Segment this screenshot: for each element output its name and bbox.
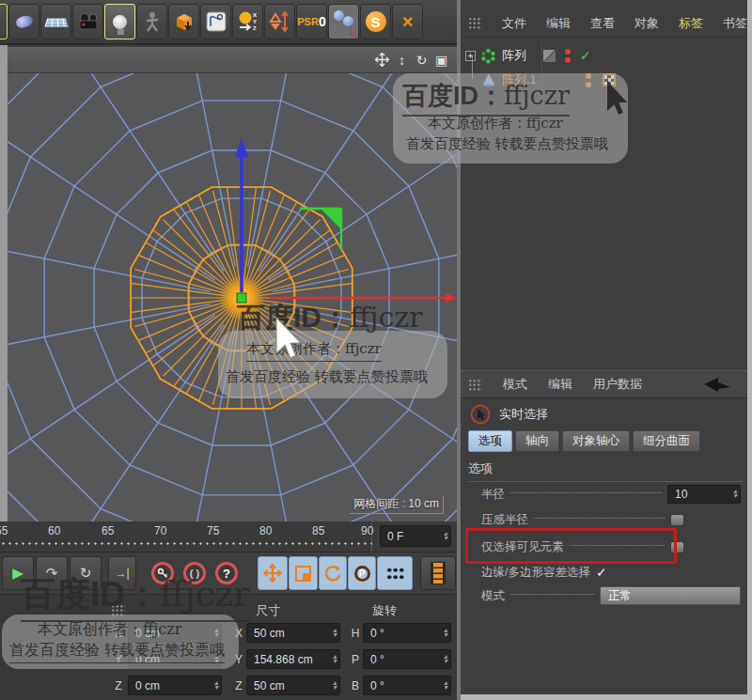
rotation-p-field[interactable]: 0 °▴▾ [363,649,451,669]
rotation-b-field[interactable]: 0 °▴▾ [363,676,451,695]
tab-axis[interactable]: 轴向 [515,430,559,452]
coord-system-button[interactable]: P [348,556,376,590]
history-arrow-icon[interactable] [702,377,732,393]
object-label[interactable]: 阵列.1 [502,71,537,88]
points-mode-button[interactable] [377,556,413,590]
pressure-checkbox[interactable] [670,514,684,526]
viewport-rotate-icon[interactable]: ↻ [412,51,431,70]
object-label[interactable]: 阵列 [502,47,526,64]
record-key-button[interactable] [147,556,179,590]
floor-shape [44,18,68,26]
help-button[interactable]: ? [211,556,243,590]
editor-visibility-dot[interactable] [586,73,591,79]
menu-bookmarks[interactable]: 书签 [723,15,747,32]
object-row-array[interactable]: + 阵列 ✓ [461,45,747,66]
size-x-field[interactable]: 50 cm▴▾ [246,623,340,643]
position-x-field[interactable]: 0 cm▴▾ [128,623,222,643]
size-y-field[interactable]: 154.868 cm▴▾ [246,649,340,669]
dotted-leader [510,594,594,595]
tolerance-check-icon[interactable]: ✓ [596,565,607,580]
visibility-dots[interactable] [565,49,571,63]
viewport-zoom-icon[interactable]: ↕ [392,51,412,70]
size-z-field[interactable]: 50 cm▴▾ [246,676,340,695]
menu-mode[interactable]: 模式 [503,376,527,393]
menu-tags[interactable]: 标签 [679,15,703,32]
move-tool-button[interactable] [258,556,288,590]
axis-label: P [350,653,361,666]
tab-object-axis[interactable]: 对象轴心 [562,430,630,452]
spline-path-icon[interactable] [200,4,231,39]
axis-arrows-icon[interactable] [264,4,295,39]
menu-view[interactable]: 查看 [590,15,615,32]
radius-row: 半径 10 ▴▾ [481,485,741,504]
cube-deformer-icon[interactable] [168,4,199,39]
play-button[interactable]: ▶ [2,556,34,590]
xyz-glyph: X Y Z [237,10,259,33]
options-section-header[interactable]: 选项 [468,460,743,482]
tick-label: 80 [259,524,272,537]
goto-end-button[interactable]: →| [108,556,136,590]
tab-subdivision[interactable]: 细分曲面 [633,430,700,452]
rotate-glyph: ↻ [416,53,428,68]
record-options-button[interactable]: ( ) [179,556,211,590]
loop-button[interactable]: ↻ [70,556,102,590]
menu-userdata[interactable]: 用户数据 [593,376,642,393]
menu-edit[interactable]: 编辑 [546,15,571,32]
size-header: 尺寸 [256,602,280,619]
camera-icon[interactable] [72,4,103,39]
panel-grip[interactable] [468,379,482,391]
enabled-check-icon[interactable]: ✓ [580,48,591,63]
expand-icon[interactable]: + [465,51,476,61]
psr-reset-icon[interactable]: PSR 0 [296,4,327,39]
xyz-axis-icon[interactable]: X Y Z [232,4,263,39]
viewport-toggle-icon[interactable]: ▣ [431,51,451,70]
stepper-down-icon[interactable]: ▾ [444,537,447,541]
render-visibility-dot[interactable] [586,82,591,87]
tool-title-row: 实时选择 [470,404,548,425]
top-toolbar: X Y Z PSR 0 ↓ S × [0,0,457,45]
timeline-ruler[interactable]: 55 60 65 70 75 80 85 90 [0,521,372,552]
next-frame-button[interactable]: ↷ [36,556,68,590]
position-z-field[interactable]: 0 cm▴▾ [128,676,222,695]
radius-field[interactable]: 10 ▴▾ [667,485,741,504]
viewport-3d[interactable]: 网格间距 : 10 cm [8,73,457,521]
radius-stepper[interactable]: ▴▾ [730,490,740,499]
field-value: 50 cm [254,627,285,640]
viewport-pan-icon[interactable] [372,51,392,70]
object-row-array-child[interactable]: 阵列.1 [461,70,747,90]
menu-edit[interactable]: 编辑 [548,376,572,393]
position-y-field[interactable]: 0 cm▴▾ [128,649,222,669]
next-frame-icon: ↷ [46,565,58,582]
light-icon[interactable] [104,4,135,39]
render-visibility-dot[interactable] [565,57,571,63]
svg-text:X: X [253,12,257,18]
dotted-leader [534,518,665,519]
spheres-drop-icon[interactable]: ↓ [328,4,359,39]
visibility-dots[interactable] [586,73,591,87]
phong-shading-icon[interactable] [8,4,39,39]
rotate-tool-button[interactable] [319,556,347,590]
mode-dropdown[interactable]: 正常 [600,586,741,605]
panel-grip[interactable] [111,604,125,616]
expand-cross-icon[interactable]: × [392,4,423,39]
layer-swatch[interactable] [543,50,556,62]
axis-label: H [350,627,361,640]
floor-grid-icon[interactable] [40,4,71,39]
sketch-material-icon[interactable]: S [360,4,391,39]
texture-tag-icon[interactable] [603,73,616,86]
menu-file[interactable]: 文件 [502,15,526,32]
menu-object[interactable]: 对象 [634,15,659,32]
bean-shape [14,14,34,30]
scale-tool-button[interactable] [289,556,318,590]
question-icon: ? [215,562,238,584]
cube-glyph [173,10,196,33]
clipped-icon[interactable] [0,4,8,39]
rotation-h-field[interactable]: 0 °▴▾ [363,623,451,643]
frame-stepper[interactable]: ▴▾ [441,532,450,541]
current-frame-field[interactable]: 0 F ▴▾ [380,525,451,547]
timeline-film-button[interactable] [420,556,456,590]
panel-grip[interactable] [468,17,482,29]
character-icon[interactable] [136,4,167,39]
editor-visibility-dot[interactable] [565,49,571,54]
tab-options[interactable]: 选项 [468,430,512,452]
